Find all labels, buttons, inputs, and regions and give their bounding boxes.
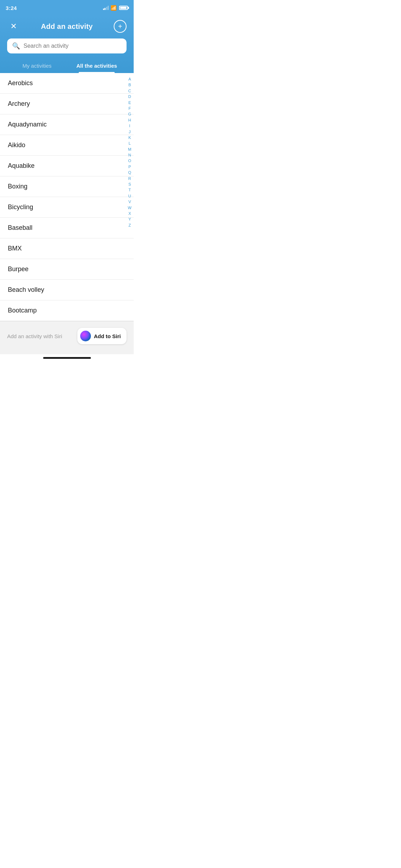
search-bar: 🔍 [7, 38, 127, 53]
add-to-siri-button[interactable]: Add to Siri [77, 328, 127, 344]
page: 3:24 📶 ✕ Add an activity + [0, 0, 134, 362]
alpha-letter-u[interactable]: U [128, 193, 131, 199]
alpha-letter-e[interactable]: E [128, 100, 131, 105]
status-time: 3:24 [6, 5, 17, 11]
status-bar: 3:24 📶 [0, 0, 134, 16]
alpha-letter-h[interactable]: H [128, 118, 131, 123]
activity-list: AerobicsArcheryAquadynamicAikidoAquabike… [0, 73, 134, 321]
alpha-letter-f[interactable]: F [128, 106, 131, 111]
activity-list-wrapper: AerobicsArcheryAquadynamicAikidoAquabike… [0, 73, 134, 321]
battery-icon [119, 6, 128, 10]
list-item[interactable]: Aikido [0, 135, 134, 156]
home-bar [43, 357, 91, 359]
list-item[interactable]: Boxing [0, 176, 134, 197]
alpha-letter-s[interactable]: S [128, 182, 131, 187]
list-item[interactable]: Aerobics [0, 73, 134, 94]
alpha-letter-y[interactable]: Y [128, 217, 131, 222]
alpha-letter-t[interactable]: T [128, 187, 131, 193]
alpha-letter-z[interactable]: Z [128, 223, 131, 228]
alpha-letter-k[interactable]: K [128, 135, 131, 140]
alpha-letter-v[interactable]: V [128, 199, 131, 205]
list-item[interactable]: BMX [0, 238, 134, 259]
alpha-letter-d[interactable]: D [128, 94, 131, 99]
alpha-letter-n[interactable]: N [128, 153, 131, 158]
alpha-letter-i[interactable]: I [129, 123, 130, 129]
alpha-letter-m[interactable]: M [128, 147, 131, 152]
header: ✕ Add an activity + 🔍 My activities All … [0, 16, 134, 73]
list-item[interactable]: Bootcamp [0, 300, 134, 321]
home-indicator [0, 354, 134, 362]
list-item[interactable]: Archery [0, 94, 134, 114]
alpha-letter-b[interactable]: B [128, 82, 131, 88]
page-title: Add an activity [41, 22, 93, 31]
alphabet-index: ABCDEFGHIJKLMNOPQRSTUVWXYZ [128, 77, 132, 228]
list-item[interactable]: Bicycling [0, 197, 134, 218]
alpha-letter-x[interactable]: X [128, 211, 131, 216]
status-icons: 📶 [103, 5, 128, 11]
siri-orb-icon [80, 331, 91, 341]
close-icon: ✕ [10, 22, 17, 30]
search-icon: 🔍 [12, 42, 20, 50]
alpha-letter-o[interactable]: O [128, 158, 132, 164]
siri-button-label: Add to Siri [94, 333, 121, 339]
alpha-letter-a[interactable]: A [128, 77, 131, 82]
search-input[interactable] [24, 43, 122, 49]
signal-icon [103, 6, 109, 10]
list-item[interactable]: Baseball [0, 218, 134, 238]
list-item[interactable]: Burpee [0, 259, 134, 280]
add-button[interactable]: + [114, 20, 127, 33]
alpha-letter-q[interactable]: Q [128, 170, 132, 175]
list-item[interactable]: Aquabike [0, 156, 134, 176]
list-item[interactable]: Aquadynamic [0, 114, 134, 135]
alpha-letter-g[interactable]: G [128, 112, 132, 117]
tab-all-activities[interactable]: All the activities [67, 59, 127, 73]
siri-text: Add an activity with Siri [7, 333, 62, 339]
tab-my-activities[interactable]: My activities [7, 59, 67, 73]
alpha-letter-r[interactable]: R [128, 176, 131, 181]
wifi-icon: 📶 [110, 5, 117, 11]
bottom-bar: Add an activity with Siri Add to Siri [0, 321, 134, 354]
alpha-letter-w[interactable]: W [128, 205, 132, 211]
alpha-letter-l[interactable]: L [129, 141, 131, 146]
alpha-letter-p[interactable]: P [128, 164, 131, 170]
alpha-letter-c[interactable]: C [128, 88, 131, 94]
tabs: My activities All the activities [7, 59, 127, 73]
close-button[interactable]: ✕ [7, 20, 20, 33]
plus-icon: + [118, 23, 122, 30]
alpha-letter-j[interactable]: J [129, 129, 131, 135]
list-item[interactable]: Beach volley [0, 280, 134, 300]
